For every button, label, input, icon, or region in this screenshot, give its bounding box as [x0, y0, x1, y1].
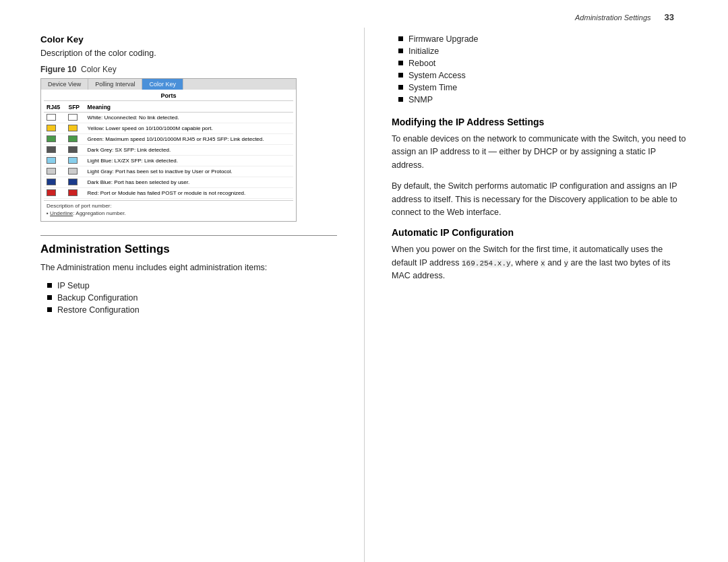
rj45-icon-darkblue	[47, 179, 56, 185]
item-label: Initialize	[408, 46, 439, 56]
item-label: IP Setup	[57, 281, 90, 290]
color-key-title: Color Key	[40, 34, 337, 44]
rj45-icon-green	[47, 135, 56, 142]
color-key-footer: Description of port number: ▪ Underline:…	[44, 200, 293, 218]
list-item: System Time	[398, 83, 688, 92]
sfp-cell	[65, 123, 84, 134]
rj45-icon-lightblue	[47, 157, 56, 164]
rj45-cell	[44, 145, 65, 156]
tab-device-view[interactable]: Device View	[41, 79, 88, 90]
color-key-figure: Device View Polling Interval Color Key P…	[40, 78, 297, 222]
sfp-icon-darkgray	[68, 146, 78, 153]
sfp-icon-red	[68, 189, 78, 196]
page-container: Administration Settings 33 Color Key Des…	[0, 0, 728, 562]
main-content: Color Key Description of the color codin…	[0, 28, 728, 562]
figure-label-bold: Figure 10	[40, 65, 76, 74]
modifying-ip-title: Modifying the IP Address Settings	[392, 117, 688, 127]
rj45-cell	[44, 166, 65, 177]
modifying-ip-para2: By default, the Switch performs automati…	[392, 180, 688, 219]
meaning-cell: Red: Port or Module has failed POST or m…	[85, 188, 293, 199]
sfp-cell	[65, 188, 84, 199]
rj45-icon-white	[47, 114, 56, 121]
table-row: Dark Blue: Port has been selected by use…	[44, 177, 293, 188]
list-item: System Access	[398, 71, 688, 80]
bullet-icon	[398, 73, 403, 77]
table-row: White: Unconnected: No link detected.	[44, 113, 293, 123]
sfp-cell	[65, 134, 84, 145]
figure-label: Figure 10 Color Key	[40, 65, 337, 74]
list-item: Firmware Upgrade	[398, 34, 688, 44]
color-key-table: RJ45 SFP Meaning White: Unconnected: No …	[44, 102, 293, 199]
rj45-icon-yellow	[47, 125, 56, 131]
sfp-icon-lightgray	[68, 168, 78, 175]
table-row: Green: Maximum speed 10/100/1000M RJ45 o…	[44, 134, 293, 145]
table-row: Yellow: Lower speed on 10/100/1000M capa…	[44, 123, 293, 134]
bullet-icon	[398, 36, 403, 41]
header-italic-text: Administration Settings	[575, 13, 651, 22]
table-row: Dark Grey: SX SFP: Link detected.	[44, 145, 293, 156]
left-column: Color Key Description of the color codin…	[40, 28, 364, 562]
sfp-icon-green	[68, 135, 78, 142]
admin-settings-description: The Administration menu includes eight a…	[40, 261, 337, 274]
page-number: 33	[665, 12, 674, 22]
table-row: Light Blue: LX/ZX SFP: Link detected.	[44, 156, 293, 166]
bullet-icon	[398, 85, 403, 90]
item-label: System Access	[408, 71, 466, 80]
bullet-icon	[47, 295, 52, 300]
right-bullet-list: Firmware Upgrade Initialize Reboot Syste…	[398, 34, 688, 104]
color-key-body: Ports RJ45 SFP Meaning	[41, 90, 296, 221]
bullet-icon	[398, 61, 403, 65]
sfp-icon-darkblue	[68, 179, 78, 185]
bullet-icon	[47, 283, 52, 288]
list-item: Backup Configuration	[47, 293, 337, 303]
rj45-icon-red	[47, 189, 56, 196]
sfp-cell	[65, 156, 84, 166]
rj45-cell	[44, 177, 65, 188]
rj45-cell	[44, 113, 65, 123]
bullet-icon	[398, 49, 403, 53]
table-row: Red: Port or Module has failed POST or m…	[44, 188, 293, 199]
item-label: System Time	[408, 83, 457, 92]
sfp-cell	[65, 177, 84, 188]
col-sfp: SFP	[65, 102, 84, 113]
modifying-ip-para1: To enable devices on the network to comm…	[392, 133, 688, 172]
meaning-cell: White: Unconnected: No link detected.	[85, 113, 293, 123]
sfp-icon-yellow	[68, 125, 78, 131]
automatic-ip-para: When you power on the Switch for the fir…	[392, 243, 688, 282]
right-column: Firmware Upgrade Initialize Reboot Syste…	[365, 28, 688, 562]
admin-settings-title: Administration Settings	[40, 235, 337, 256]
item-label: Reboot	[408, 59, 435, 68]
automatic-ip-title: Automatic IP Configuration	[392, 227, 688, 238]
item-label: Backup Configuration	[57, 293, 138, 303]
sfp-icon-lightblue	[68, 157, 78, 164]
color-key-tabs: Device View Polling Interval Color Key	[41, 79, 296, 90]
underline-note: ▪ Underline: Aggregation number.	[47, 210, 291, 216]
col-meaning: Meaning	[85, 102, 293, 113]
item-label: Firmware Upgrade	[408, 34, 479, 44]
rj45-cell	[44, 156, 65, 166]
rj45-cell	[44, 134, 65, 145]
meaning-cell: Dark Grey: SX SFP: Link detected.	[85, 145, 293, 156]
auto-ip-code: 169.254.x.y	[462, 259, 511, 268]
automatic-ip-section: Automatic IP Configuration When you powe…	[392, 227, 688, 282]
sfp-cell	[65, 113, 84, 123]
tab-color-key[interactable]: Color Key	[142, 79, 183, 90]
col-rj45: RJ45	[44, 102, 65, 113]
meaning-cell: Light Gray: Port has been set to inactiv…	[85, 166, 293, 177]
rj45-icon-darkgray	[47, 146, 56, 153]
list-item: IP Setup	[47, 281, 337, 290]
meaning-cell: Green: Maximum speed 10/100/1000M RJ45 o…	[85, 134, 293, 145]
list-item: Restore Configuration	[47, 305, 337, 315]
ports-label: Ports	[44, 92, 293, 101]
bullet-icon	[398, 97, 403, 102]
item-label: SNMP	[408, 95, 433, 104]
meaning-cell: Dark Blue: Port has been selected by use…	[85, 177, 293, 188]
auto-ip-text-after: , where	[511, 258, 541, 268]
tab-polling-interval[interactable]: Polling Interval	[88, 79, 142, 90]
sfp-cell	[65, 145, 84, 156]
list-item: Reboot	[398, 59, 688, 68]
table-row: Light Gray: Port has been set to inactiv…	[44, 166, 293, 177]
page-header: Administration Settings 33	[0, 0, 728, 28]
underline-term: Underline	[50, 210, 73, 216]
item-label: Restore Configuration	[57, 305, 140, 315]
